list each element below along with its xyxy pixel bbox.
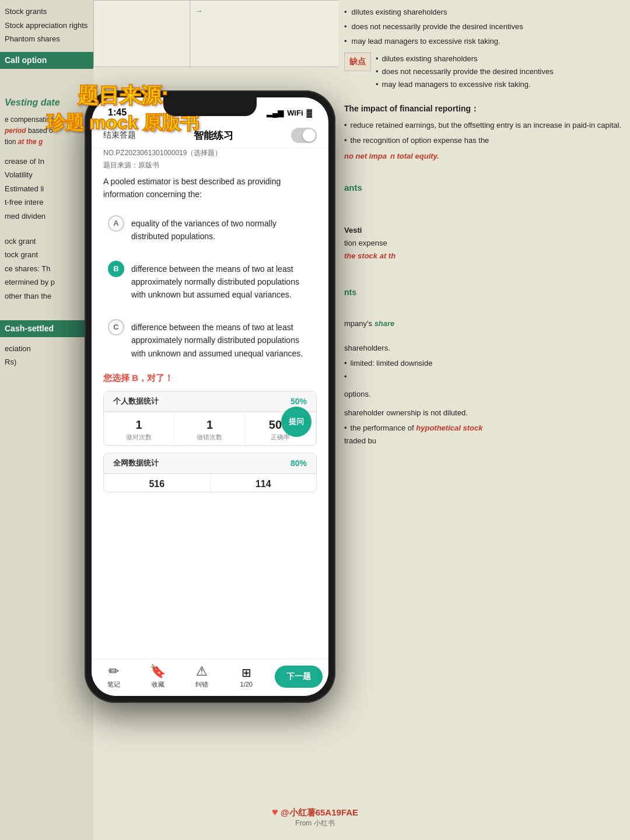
personal-stats-accuracy: 50%	[290, 397, 307, 406]
phone-screen: 1:45 ▂▄▆ WiFi ▓ 结束答题 智能练习 NO.PZ202306130…	[92, 97, 328, 696]
personal-stats-section: 个人数据统计 50% 1 做对次数 1 做错次数	[103, 391, 317, 446]
personal-stats-row: 1 做对次数 1 做错次数 50% 正确率 提问	[104, 412, 316, 445]
option-c-circle: C	[108, 319, 124, 335]
notes-icon: ✏	[108, 664, 119, 679]
status-icons: ▂▄▆ WiFi ▓	[267, 108, 312, 117]
mode-toggle[interactable]	[291, 128, 317, 143]
error-icon: ⚠	[196, 664, 208, 679]
phone-device: 1:45 ▂▄▆ WiFi ▓ 结束答题 智能练习 NO.PZ202306130…	[85, 90, 335, 703]
bookmark-toolbar-item[interactable]: 🔖 收藏	[142, 664, 174, 689]
bookmark-icon: 🔖	[150, 664, 166, 679]
global-count1: 516	[106, 479, 208, 489]
bottom-toolbar: ✏ 笔记 🔖 收藏 ⚠ 纠错 ⊞ 1/20 下一题	[92, 659, 328, 696]
correct-count: 1	[108, 418, 169, 432]
option-c-text: difference between the means of two at l…	[131, 319, 312, 360]
signal-icon: ▂▄▆	[267, 108, 284, 117]
option-a-circle: A	[108, 215, 124, 232]
heart-icon: ♥	[272, 806, 278, 818]
ask-button[interactable]: 提问	[281, 407, 312, 437]
bg-right-column: •dilutes existing shareholders •does not…	[338, 0, 630, 840]
phone-case: 1:45 ▂▄▆ WiFi ▓ 结束答题 智能练习 NO.PZ202306130…	[85, 90, 335, 703]
global-stats-header: 全网数据统计 80%	[104, 453, 316, 474]
global-count1-cell: 516	[104, 474, 211, 492]
next-button[interactable]: 下一题	[275, 666, 323, 688]
watermark: ♥ @小红薯65A19FAE From 小红书	[272, 806, 358, 828]
answer-result: 您选择 B，对了！	[103, 373, 317, 384]
page-indicator: 1/20	[240, 681, 253, 688]
grid-icon: ⊞	[242, 666, 251, 680]
bookmark-label: 收藏	[152, 680, 164, 689]
battery-icon: ▓	[307, 108, 312, 117]
global-count2-cell: 114	[211, 474, 317, 492]
global-accuracy: 80%	[290, 459, 307, 468]
notes-label: 笔记	[107, 680, 120, 689]
personal-stats-title: 个人数据统计	[113, 396, 159, 407]
correct-label: 做对次数	[108, 433, 169, 442]
wifi-icon: WiFi	[287, 108, 303, 117]
call-option-bar: Call option	[0, 52, 93, 69]
option-a-text: equality of the variances of two normall…	[131, 215, 312, 243]
personal-stats-header: 个人数据统计 50%	[104, 391, 316, 412]
cash-settled-bar: Cash-settled	[0, 320, 93, 337]
global-stats-row: 516 114	[104, 474, 316, 492]
option-b[interactable]: B difference between the means of two at…	[103, 256, 317, 306]
error-label: 纠错	[195, 680, 208, 689]
option-b-circle: B	[108, 261, 124, 277]
global-stats-title: 全网数据统计	[113, 458, 159, 468]
wrong-count: 1	[179, 418, 240, 432]
nav-title: 智能练习	[194, 129, 233, 142]
phone-notch	[163, 97, 257, 116]
page-indicator-item: ⊞ 1/20	[230, 666, 262, 688]
option-b-text: difference between the means of two at l…	[131, 261, 312, 302]
question-body: A pooled estimator is best described as …	[103, 175, 317, 201]
watermark-source: From 小红书	[272, 818, 358, 828]
wrong-label: 做错次数	[179, 433, 240, 442]
question-source: 题目来源：原版书	[103, 160, 317, 170]
global-count2: 114	[213, 479, 314, 489]
option-a[interactable]: A equality of the variances of two norma…	[103, 211, 317, 248]
error-toolbar-item[interactable]: ⚠ 纠错	[186, 664, 218, 689]
correct-count-cell: 1 做对次数	[104, 412, 174, 445]
global-stats-section: 全网数据统计 80% 516 114	[103, 453, 317, 492]
watermark-username: @小红薯65A19FAE	[281, 807, 358, 817]
scroll-area[interactable]: NO.PZ2023061301000019（选择题） 题目来源：原版书 A po…	[92, 148, 328, 659]
question-id: NO.PZ2023061301000019（选择题）	[103, 148, 317, 158]
notes-toolbar-item[interactable]: ✏ 笔记	[97, 664, 130, 689]
top-table-area: →	[93, 0, 373, 67]
wrong-count-cell: 1 做错次数	[174, 412, 245, 445]
option-c[interactable]: C difference between the means of two at…	[103, 314, 317, 365]
